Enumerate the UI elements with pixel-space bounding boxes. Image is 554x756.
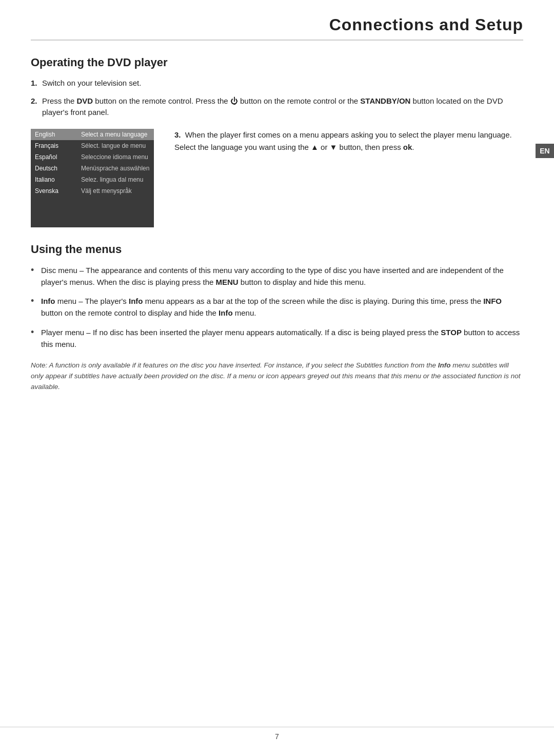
bullet-dot-3: •	[31, 326, 41, 338]
step2-standby: STANDBY/ON	[360, 96, 410, 105]
bullet2-content: Info menu – The player's Info menu appea…	[41, 295, 523, 319]
bullet-disc-menu: • Disc menu – The appearance and content…	[31, 264, 523, 288]
step2-dvd: DVD	[77, 96, 93, 105]
page-title: Connections and Setup	[329, 15, 523, 34]
info-bold-4: Info	[219, 308, 233, 317]
info-bold-1: Info	[41, 297, 55, 305]
section2-title: Using the menus	[31, 243, 523, 256]
menu-lang-francais: Français	[31, 140, 77, 151]
menu-lang-svenska: Svenska	[31, 185, 77, 197]
section-operating: Operating the DVD player 1. Switch on yo…	[31, 56, 523, 227]
menu-desc-english: Select a menu language	[77, 129, 154, 140]
menu-lang-deutsch: Deutsch	[31, 163, 77, 174]
bullet-dot-2: •	[31, 295, 41, 307]
page-number: 7	[275, 732, 279, 741]
menu-desc-espanol: Seleccione idioma menu	[77, 151, 154, 163]
bullet-list: • Disc menu – The appearance and content…	[31, 264, 523, 351]
page-footer: 7	[0, 727, 554, 741]
page-container: Connections and Setup EN Operating the D…	[0, 0, 554, 756]
note-text: Note: A function is only available if it…	[31, 361, 521, 391]
step3-text: 3. When the player first comes on a menu…	[154, 129, 523, 227]
bullet-dot-1: •	[31, 264, 41, 276]
menu-lang-english: English	[31, 129, 77, 140]
menu-area: English Select a menu language Français …	[31, 129, 523, 227]
step2-num: 2.	[31, 95, 42, 119]
menu-screenshot: English Select a menu language Français …	[31, 129, 154, 227]
menu-row-svenska: Svenska Välj ett menyspråk	[31, 185, 154, 197]
step2-text: Press the DVD button on the remote contr…	[42, 95, 523, 119]
steps-list: 1. Switch on your television set. 2. Pre…	[31, 77, 523, 119]
section-menus: Using the menus • Disc menu – The appear…	[31, 243, 523, 393]
info-bold-2: Info	[129, 297, 143, 305]
step1-text: Switch on your television set.	[42, 77, 523, 89]
menu-lang-italiano: Italiano	[31, 174, 77, 185]
menu-desc-deutsch: Menüsprache auswählen	[77, 163, 154, 174]
en-badge: EN	[536, 144, 554, 158]
menu-row-deutsch: Deutsch Menüsprache auswählen	[31, 163, 154, 174]
menu-desc-italiano: Selez. lingua dal menu	[77, 174, 154, 185]
stop-bold: STOP	[441, 328, 462, 337]
info-bold-3: INFO	[483, 297, 502, 305]
menu-row-francais: Français Sélect. langue de menu	[31, 140, 154, 151]
note-block: Note: A function is only available if it…	[31, 360, 523, 393]
menu-lang-espanol: Español	[31, 151, 77, 163]
note-info-bold: Info	[438, 361, 451, 369]
bullet-info-menu: • Info menu – The player's Info menu app…	[31, 295, 523, 319]
menu-spacer	[31, 197, 154, 227]
step1-num: 1.	[31, 77, 42, 89]
menu-row-espanol: Español Seleccione idioma menu	[31, 151, 154, 163]
step3-num: 3.	[174, 130, 181, 139]
bullet-player-menu: • Player menu – If no disc has been inse…	[31, 326, 523, 351]
step-2: 2. Press the DVD button on the remote co…	[31, 95, 523, 119]
page-header: Connections and Setup	[31, 0, 523, 41]
menu-bold: MENU	[216, 278, 239, 286]
menu-row-english: English Select a menu language	[31, 129, 154, 140]
step3-ok: ok	[403, 143, 412, 151]
step-1: 1. Switch on your television set.	[31, 77, 523, 89]
section1-title: Operating the DVD player	[31, 56, 523, 69]
menu-row-italiano: Italiano Selez. lingua dal menu	[31, 174, 154, 185]
bullet3-content: Player menu – If no disc has been insert…	[41, 326, 523, 351]
power-symbol: ⏻	[230, 96, 238, 105]
bullet1-content: Disc menu – The appearance and contents …	[41, 264, 523, 288]
menu-desc-svenska: Välj ett menyspråk	[77, 185, 154, 197]
menu-desc-francais: Sélect. langue de menu	[77, 140, 154, 151]
